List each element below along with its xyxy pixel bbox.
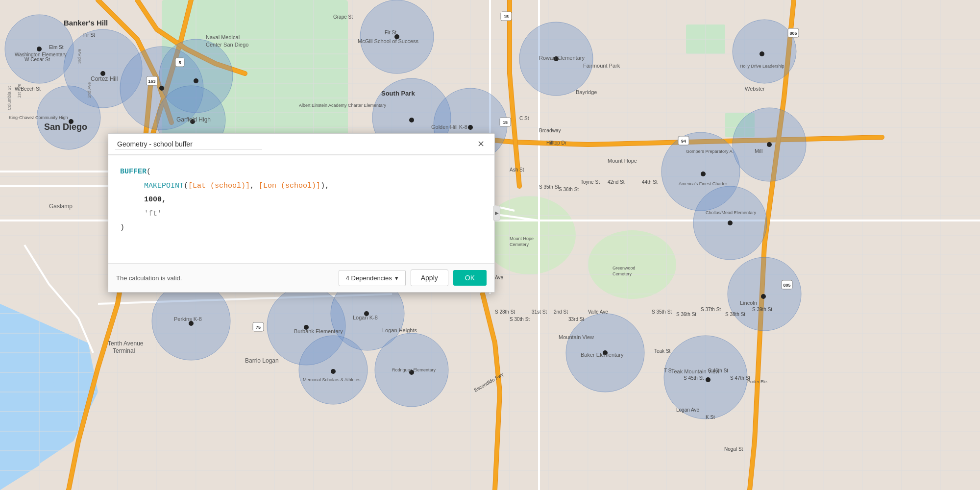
- svg-text:2nd Ave: 2nd Ave: [87, 82, 92, 98]
- svg-text:Perkins K-8: Perkins K-8: [174, 316, 202, 322]
- svg-text:Garfield High: Garfield High: [176, 116, 211, 123]
- svg-text:42nd St: 42nd St: [608, 179, 625, 185]
- svg-point-98: [728, 220, 733, 225]
- svg-text:K St: K St: [706, 415, 715, 420]
- dialog-title-input[interactable]: [115, 139, 262, 149]
- validity-status: The calculation is valid.: [116, 274, 182, 282]
- code-line-2: MAKEPOINT([Lat (school)], [Lon (school)]…: [120, 179, 483, 194]
- svg-text:McGill School of Success: McGill School of Success: [358, 38, 419, 44]
- svg-text:Bayridge: Bayridge: [576, 89, 597, 95]
- code-unit-string: 'ft': [144, 210, 162, 218]
- dependencies-button[interactable]: 4 Dependencies ▾: [339, 270, 406, 286]
- svg-text:Lincoln: Lincoln: [740, 300, 757, 306]
- svg-text:2nd St: 2nd St: [554, 309, 568, 315]
- svg-text:Barrio Logan: Barrio Logan: [245, 357, 279, 364]
- svg-text:Baker Elementary: Baker Elementary: [581, 352, 624, 358]
- svg-text:Grape St: Grape St: [333, 14, 353, 20]
- svg-point-97: [701, 172, 706, 176]
- svg-text:Toyne St: Toyne St: [581, 179, 600, 185]
- svg-text:Burbank Elementary: Burbank Elementary: [294, 328, 343, 334]
- svg-point-87: [37, 47, 42, 51]
- svg-point-105: [706, 377, 710, 382]
- svg-text:94: 94: [681, 139, 686, 144]
- svg-text:Gaslamp: Gaslamp: [49, 203, 73, 210]
- svg-text:Mount Hope: Mount Hope: [608, 158, 637, 164]
- code-line-5: ): [120, 221, 483, 235]
- svg-text:S 36th St: S 36th St: [676, 312, 696, 317]
- code-line-3: 1000,: [120, 193, 483, 207]
- svg-text:Fir St: Fir St: [385, 30, 396, 35]
- code-line-1: BUFFER(: [120, 165, 483, 179]
- svg-text:San Diego: San Diego: [44, 122, 87, 132]
- svg-text:Banker's Hill: Banker's Hill: [64, 19, 108, 27]
- svg-text:Logan K-8: Logan K-8: [353, 315, 378, 320]
- svg-text:C St: C St: [519, 116, 529, 121]
- code-lat-field: [Lat (school)]: [188, 182, 250, 190]
- svg-text:Cemetery: Cemetery: [612, 271, 632, 276]
- svg-point-89: [159, 86, 164, 91]
- svg-text:15: 15: [504, 14, 509, 19]
- svg-text:3rd Ave: 3rd Ave: [77, 49, 82, 64]
- svg-point-94: [409, 118, 414, 122]
- svg-text:Fir St: Fir St: [83, 32, 95, 38]
- svg-text:America's Finest Charter: America's Finest Charter: [679, 181, 727, 186]
- svg-text:44th St: 44th St: [642, 179, 658, 185]
- svg-text:Logan Heights: Logan Heights: [382, 327, 417, 333]
- svg-text:805: 805: [783, 283, 790, 288]
- svg-text:S 35th St: S 35th St: [539, 184, 559, 190]
- svg-text:Broadway: Broadway: [539, 128, 561, 133]
- svg-text:S 45th St: S 45th St: [684, 375, 704, 381]
- dialog-header: ✕: [108, 134, 494, 155]
- map-container: Fir St Elm St W Cedar St W Beech St Grap…: [0, 0, 980, 490]
- dialog-footer: The calculation is valid. 4 Dependencies…: [108, 263, 494, 292]
- svg-text:W Cedar St: W Cedar St: [24, 57, 50, 62]
- svg-text:Albert Einstein Academy Charte: Albert Einstein Academy Charter Elementa…: [299, 103, 387, 108]
- svg-point-95: [468, 125, 473, 130]
- svg-text:Golden Hill K-8: Golden Hill K-8: [431, 124, 467, 130]
- svg-text:S 38th St: S 38th St: [725, 312, 745, 317]
- svg-text:South Park: South Park: [381, 90, 415, 97]
- svg-text:Mountain View: Mountain View: [559, 334, 594, 340]
- svg-point-100: [767, 142, 772, 147]
- svg-text:S 37th St: S 37th St: [701, 307, 721, 312]
- svg-text:Cortez Hill: Cortez Hill: [91, 75, 118, 82]
- svg-point-106: [761, 294, 766, 299]
- svg-text:31st St: 31st St: [532, 309, 547, 315]
- svg-text:S 35th St: S 35th St: [652, 309, 672, 315]
- svg-text:Ash St: Ash St: [510, 167, 524, 172]
- svg-text:King-Chavez Community High: King-Chavez Community High: [9, 115, 68, 120]
- svg-text:Valle Ave: Valle Ave: [588, 309, 608, 315]
- svg-point-5: [588, 230, 676, 299]
- svg-text:S 28th St: S 28th St: [495, 309, 515, 315]
- svg-text:Hilltop Dr: Hilltop Dr: [546, 140, 567, 146]
- ok-button[interactable]: OK: [453, 270, 487, 286]
- svg-text:S 36th St: S 36th St: [559, 187, 579, 192]
- svg-text:Mount Hope: Mount Hope: [510, 236, 534, 241]
- svg-text:163: 163: [148, 79, 155, 84]
- svg-text:33rd St: 33rd St: [568, 317, 584, 322]
- svg-point-84: [728, 257, 801, 331]
- svg-text:Greenwood: Greenwood: [612, 266, 636, 270]
- svg-text:Fairmount Park: Fairmount Park: [583, 63, 620, 69]
- svg-point-90: [194, 78, 198, 83]
- svg-point-77: [733, 20, 796, 83]
- svg-text:Mill: Mill: [755, 148, 763, 154]
- svg-text:Elm St: Elm St: [49, 45, 64, 50]
- svg-text:Chollas/Mead Elementary: Chollas/Mead Elementary: [706, 210, 757, 215]
- svg-text:Tenth Avenue: Tenth Avenue: [108, 340, 144, 347]
- svg-text:15: 15: [503, 120, 508, 125]
- expand-handle[interactable]: ▶: [493, 206, 500, 220]
- svg-text:Naval Medical: Naval Medical: [206, 34, 240, 40]
- svg-text:1st Ave: 1st Ave: [17, 84, 22, 98]
- dialog-body[interactable]: BUFFER( MAKEPOINT([Lat (school)], [Lon (…: [108, 155, 494, 263]
- svg-text:5: 5: [178, 60, 181, 65]
- apply-button[interactable]: Apply: [411, 270, 448, 286]
- svg-text:Cemetery: Cemetery: [510, 242, 529, 247]
- svg-text:S 30th St: S 30th St: [510, 317, 530, 322]
- svg-text:Porter Ele.: Porter Ele.: [747, 379, 768, 384]
- svg-text:Washington Elementary: Washington Elementary: [15, 52, 67, 57]
- dialog-close-button[interactable]: ✕: [474, 139, 488, 149]
- code-buffer-keyword: BUFFER: [120, 168, 147, 176]
- svg-text:Terminal: Terminal: [113, 347, 135, 354]
- svg-text:Columbia St: Columbia St: [7, 86, 12, 110]
